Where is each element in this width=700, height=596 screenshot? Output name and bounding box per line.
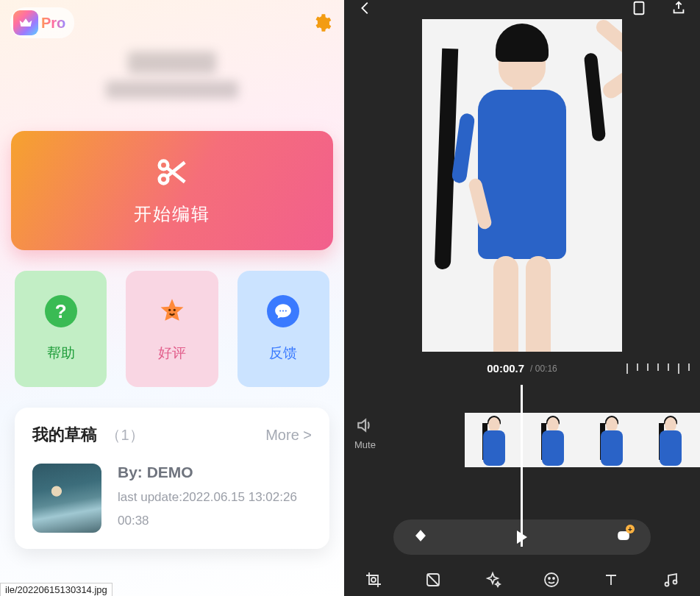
add-clip-button[interactable]: + bbox=[615, 528, 632, 547]
text-tool[interactable] bbox=[602, 571, 620, 592]
back-button[interactable] bbox=[357, 0, 374, 19]
chat-icon bbox=[267, 295, 299, 327]
time-display: 00:00.7 / 00:16 bbox=[344, 362, 700, 375]
music-icon bbox=[662, 571, 679, 589]
filter-icon bbox=[424, 571, 442, 589]
mute-button[interactable]: Mute bbox=[354, 416, 376, 450]
svg-point-12 bbox=[549, 578, 550, 579]
draft-duration: 00:38 bbox=[118, 514, 297, 528]
svg-point-1 bbox=[160, 175, 168, 184]
emoji-icon bbox=[543, 571, 560, 589]
time-ticks bbox=[626, 363, 690, 374]
crop-icon bbox=[365, 571, 382, 589]
export-icon bbox=[671, 0, 687, 16]
svg-point-4 bbox=[279, 310, 281, 311]
music-tool[interactable] bbox=[662, 571, 679, 592]
chevron-left-icon bbox=[357, 0, 374, 16]
crown-icon bbox=[13, 10, 38, 35]
timeline-frames[interactable] bbox=[465, 413, 700, 467]
drafts-more-button[interactable]: More > bbox=[265, 427, 312, 444]
total-time: / 00:16 bbox=[530, 363, 557, 374]
svg-point-2 bbox=[168, 309, 171, 311]
star-icon bbox=[156, 295, 188, 327]
drafts-count: （1） bbox=[106, 427, 143, 443]
app-logo[interactable]: Pro bbox=[10, 7, 74, 38]
draft-updated: last update:2022.06.15 13:02:26 bbox=[118, 490, 297, 505]
filter-tool[interactable] bbox=[424, 571, 442, 592]
svg-point-13 bbox=[553, 578, 554, 579]
draft-author: By: DEMO bbox=[118, 464, 297, 481]
rectangle-icon bbox=[631, 0, 647, 16]
sticker-tool[interactable] bbox=[543, 571, 560, 592]
start-edit-label: 开始编辑 bbox=[134, 202, 210, 226]
sparkle-icon bbox=[484, 571, 501, 589]
mute-label: Mute bbox=[354, 439, 376, 450]
status-bar-path: ile/20220615130314.jpg bbox=[0, 583, 113, 596]
help-button[interactable]: ? 帮助 bbox=[15, 271, 107, 387]
svg-point-6 bbox=[285, 310, 287, 311]
aspect-button[interactable] bbox=[631, 0, 647, 19]
keyframe-button[interactable] bbox=[413, 528, 429, 547]
svg-point-3 bbox=[174, 309, 176, 311]
drafts-section: 我的草稿 （1） More > By: DEMO last update:202… bbox=[15, 408, 329, 549]
svg-point-15 bbox=[673, 581, 676, 584]
draft-thumbnail bbox=[32, 464, 101, 533]
feedback-label: 反馈 bbox=[269, 344, 297, 363]
tool-bar bbox=[344, 567, 700, 596]
svg-point-9 bbox=[371, 578, 376, 582]
svg-point-5 bbox=[282, 310, 284, 311]
speaker-icon bbox=[355, 416, 374, 435]
svg-point-0 bbox=[160, 161, 168, 170]
draft-item[interactable]: By: DEMO last update:2022.06.15 13:02:26… bbox=[32, 464, 312, 533]
feedback-button[interactable]: 反馈 bbox=[238, 271, 329, 387]
help-icon: ? bbox=[45, 295, 77, 327]
svg-point-14 bbox=[665, 583, 668, 586]
rate-label: 好评 bbox=[158, 344, 186, 363]
text-icon bbox=[602, 571, 620, 589]
help-label: 帮助 bbox=[47, 344, 75, 363]
scissors-icon bbox=[155, 155, 189, 189]
video-preview[interactable] bbox=[422, 19, 622, 352]
gear-icon bbox=[311, 13, 332, 33]
username-redacted bbox=[128, 52, 216, 74]
userinfo-redacted bbox=[106, 81, 238, 99]
pro-label: Pro bbox=[41, 15, 65, 32]
current-time: 00:00.7 bbox=[487, 362, 524, 375]
crop-tool[interactable] bbox=[365, 571, 382, 592]
svg-point-11 bbox=[545, 573, 558, 586]
rate-button[interactable]: 好评 bbox=[126, 271, 218, 387]
settings-button[interactable] bbox=[309, 10, 334, 35]
drafts-title: 我的草稿 bbox=[32, 425, 97, 444]
diamond-icon bbox=[413, 528, 429, 544]
playhead[interactable] bbox=[521, 385, 523, 547]
effects-tool[interactable] bbox=[484, 571, 501, 592]
start-edit-button[interactable]: 开始编辑 bbox=[11, 131, 333, 250]
svg-rect-7 bbox=[635, 2, 644, 15]
export-button[interactable] bbox=[671, 0, 687, 19]
user-info bbox=[6, 52, 338, 99]
